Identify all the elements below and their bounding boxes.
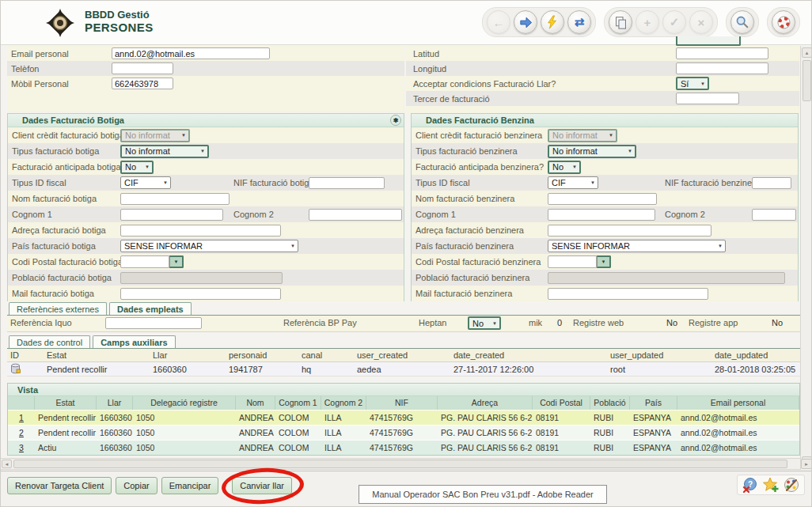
- vista-row-3[interactable]: 3 Actiu1660360 1050ANDREA COLOMILLA 4741…: [8, 440, 799, 455]
- referencia-iquo-input[interactable]: [105, 317, 202, 329]
- anticipada-label: Facturació anticipada benzinera?: [415, 162, 544, 172]
- field-row: Codi Postal facturació botiga ▼: [8, 254, 404, 270]
- adreca-input[interactable]: [548, 225, 711, 236]
- tipus-id-select[interactable]: CIF: [548, 176, 598, 189]
- longitud-input[interactable]: [676, 62, 768, 74]
- tab-dades-empleats[interactable]: Dades empleats: [109, 302, 192, 315]
- heptan-select[interactable]: No: [468, 316, 501, 330]
- pais-select[interactable]: SENSE INFORMAR: [548, 240, 726, 252]
- acceptar-select[interactable]: Sí: [676, 77, 709, 90]
- col-date-created: date_created: [450, 350, 607, 360]
- codi-postal-input[interactable]: [120, 255, 169, 268]
- toolbar-help-group: [767, 7, 800, 37]
- tab-dades-de-control[interactable]: Dades de control: [9, 335, 90, 348]
- cognom1-input[interactable]: [548, 209, 655, 221]
- field-row: Client crèdit facturació botiga No infor…: [8, 127, 404, 143]
- toolbar-nav-group: ← ⇄: [482, 7, 596, 37]
- copiar-button[interactable]: Copiar: [116, 477, 157, 494]
- mail-input[interactable]: [548, 288, 708, 300]
- tab-referencies-externes[interactable]: Referències externes: [9, 302, 107, 315]
- help-unavailable-icon[interactable]: ?: [742, 477, 758, 493]
- col-cognom1: Cognom 1: [275, 396, 321, 410]
- vista-table: Vista Estat Llar Delegació registre Nom …: [7, 383, 800, 456]
- latitud-input[interactable]: [676, 47, 768, 59]
- field-row: Facturació anticipada benzinera? No: [412, 159, 798, 175]
- horizontal-scrollbar[interactable]: ◄: [1, 458, 800, 470]
- renovar-targeta-client-button[interactable]: Renovar Targeta Client: [7, 477, 112, 494]
- collapse-section-icon[interactable]: ✱: [390, 115, 401, 126]
- emancipar-button[interactable]: Emancipar: [161, 477, 219, 494]
- search-button[interactable]: [730, 10, 754, 34]
- vista-row-1[interactable]: 1 Pendent recollir1660360 1050ANDREA COL…: [8, 410, 799, 425]
- tipus-facturacio-select[interactable]: No informat: [548, 145, 636, 158]
- vertical-scrollbar[interactable]: ▲ ▼: [800, 46, 812, 470]
- referencies-tabbar: Referències externes Dades empleats: [7, 301, 800, 316]
- codi-postal-combo[interactable]: ▼: [120, 255, 184, 268]
- nav-next-button[interactable]: [514, 10, 537, 34]
- cell-estat: Pendent recollir: [44, 365, 150, 374]
- codi-postal-input[interactable]: [548, 255, 597, 268]
- nif-label: NIF facturació botiga: [233, 178, 314, 187]
- col-nom: Nom: [236, 396, 275, 410]
- scroll-right-icon[interactable]: ►: [801, 459, 812, 469]
- cell-date-created: 27-11-2017 12:26:00: [450, 365, 607, 374]
- tab-camps-auxiliars[interactable]: Camps auxiliars: [93, 335, 175, 348]
- favorite-add-icon[interactable]: [763, 477, 779, 493]
- mail-input[interactable]: [120, 288, 281, 300]
- codi-postal-label: Codi Postal facturació benzinera: [415, 257, 541, 267]
- field-row-mobil: Mòbil Personal: [7, 76, 404, 91]
- email-input[interactable]: [112, 47, 270, 59]
- pais-select[interactable]: SENSE INFORMAR: [120, 240, 298, 252]
- partial-dropdown[interactable]: [676, 36, 741, 46]
- arrow-right-icon: [518, 15, 533, 30]
- canviar-llar-button[interactable]: Canviar llar: [232, 477, 292, 494]
- nif-input[interactable]: [309, 177, 385, 189]
- taskbar-window-title[interactable]: Manual Operador SAC Bon Preu v31.pdf - A…: [359, 485, 607, 504]
- col-llar: Llar: [150, 350, 226, 360]
- telefon-input[interactable]: [112, 62, 173, 74]
- row-number-link[interactable]: 3: [8, 443, 35, 452]
- help-button[interactable]: [772, 10, 795, 34]
- transfer-button[interactable]: ⇄: [567, 10, 591, 34]
- combo-dropdown-icon[interactable]: ▼: [597, 255, 611, 268]
- nif-input[interactable]: [752, 177, 791, 189]
- tercer-label: Tercer de facturació: [406, 94, 490, 104]
- row-number-link[interactable]: 1: [8, 413, 35, 422]
- adreca-input[interactable]: [120, 225, 281, 236]
- nom-input[interactable]: [120, 193, 230, 205]
- row-number-link[interactable]: 2: [8, 428, 35, 437]
- vertical-scroll-thumb[interactable]: [803, 60, 811, 101]
- anticipada-select[interactable]: No: [120, 161, 154, 174]
- col-email-personal: Email personal: [677, 396, 799, 410]
- horizontal-scroll-thumb[interactable]: [13, 460, 787, 468]
- footer-status-icons: ?: [737, 475, 805, 495]
- scroll-left-icon[interactable]: ◄: [2, 460, 12, 468]
- mail-label: Mail facturació botiga: [12, 289, 94, 298]
- nav-first-icon: ←: [493, 16, 505, 29]
- control-table-row[interactable]: Pendent recollir 1660360 1941787 hq aede…: [7, 362, 800, 376]
- footer-buttons: Renovar Targeta Client Copiar Emancipar …: [7, 477, 292, 494]
- col-rownum: [8, 396, 35, 410]
- tipus-facturacio-select[interactable]: No informat: [120, 145, 209, 158]
- cognom2-label: Cognom 2: [665, 210, 705, 219]
- combo-dropdown-icon[interactable]: ▼: [169, 255, 184, 268]
- scroll-up-icon[interactable]: ▲: [802, 47, 812, 58]
- field-row: Facturació anticipada botiga? No: [8, 159, 404, 175]
- nom-input[interactable]: [548, 193, 657, 205]
- tipus-id-select[interactable]: CIF: [120, 176, 171, 189]
- field-row: Adreça facturació botiga: [8, 222, 404, 238]
- vista-row-2[interactable]: 2 Pendent recollir1660360 1050ANDREA COL…: [8, 425, 799, 440]
- adreca-label: Adreça facturació botiga: [12, 225, 106, 235]
- cognom2-input[interactable]: [752, 209, 796, 221]
- anticipada-select[interactable]: No: [548, 161, 581, 174]
- palette-icon[interactable]: [784, 477, 799, 493]
- codi-postal-combo[interactable]: ▼: [548, 255, 611, 268]
- copy-record-button[interactable]: [609, 10, 632, 34]
- cognom2-input[interactable]: [309, 209, 402, 221]
- tercer-input[interactable]: [676, 93, 739, 104]
- heptan-label: Heptan: [419, 318, 446, 327]
- mobil-input[interactable]: [112, 78, 173, 89]
- toolbar: ← ⇄ + ✓ ×: [482, 7, 800, 37]
- cognom1-input[interactable]: [120, 209, 223, 221]
- quick-edit-button[interactable]: [541, 10, 564, 34]
